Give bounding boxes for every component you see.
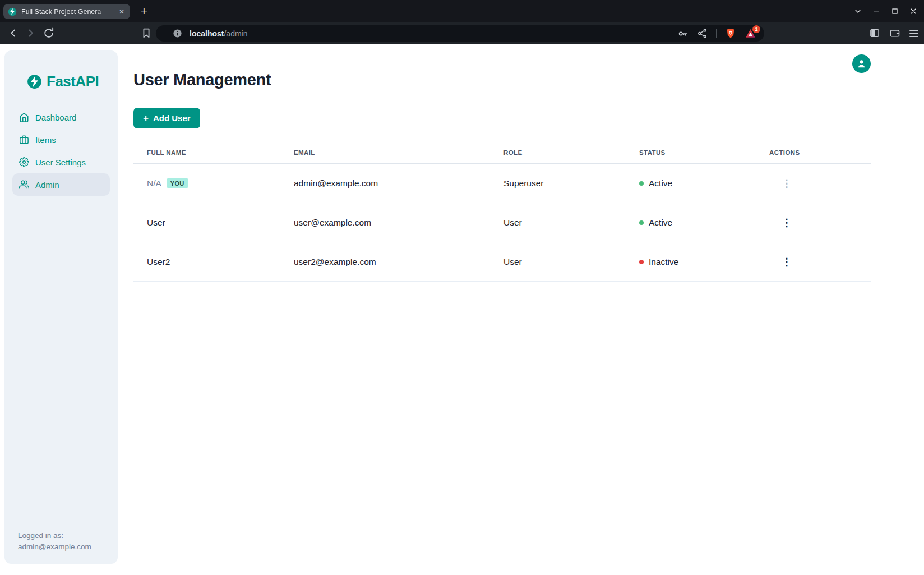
cell-full-name: User	[147, 218, 165, 228]
menu-icon[interactable]	[909, 30, 918, 37]
browser-window: Full Stack Project Genera ✕ +	[0, 0, 924, 575]
url-host: localhost	[190, 29, 224, 38]
header-status: Status	[626, 149, 756, 156]
sidebar-item-label: User Settings	[35, 158, 86, 167]
window-maximize-button[interactable]	[890, 6, 900, 16]
forward-button[interactable]	[25, 27, 37, 39]
fastapi-favicon-icon	[8, 7, 17, 16]
main-content: User Management + Add User Full Name Ema…	[118, 44, 924, 575]
plus-icon: +	[143, 113, 149, 123]
brave-rewards-button[interactable]: 1	[745, 28, 756, 39]
cell-status: Active	[626, 178, 756, 188]
url-bar[interactable]: localhost/admin	[156, 25, 764, 42]
row-actions-menu-button[interactable]: ⋮	[777, 176, 796, 191]
sidebar-nav: Dashboard Items User Settings Admin	[4, 106, 118, 196]
cell-email: admin@example.com	[280, 178, 490, 188]
cell-status: Active	[626, 218, 756, 228]
share-icon[interactable]	[697, 28, 708, 39]
row-actions-menu-button[interactable]: ⋮	[777, 215, 796, 230]
sidebar-item-label: Dashboard	[35, 113, 76, 122]
url-text: localhost/admin	[190, 29, 677, 38]
cell-role: Superuser	[490, 178, 626, 188]
table-row: N/AYOU admin@example.com Superuser Activ…	[133, 164, 871, 203]
add-user-button[interactable]: + Add User	[133, 108, 200, 128]
users-icon	[19, 180, 29, 190]
logged-in-info: Logged in as: admin@example.com	[18, 530, 91, 553]
sidebar-item-dashboard[interactable]: Dashboard	[12, 106, 110, 128]
cell-email: user2@example.com	[280, 257, 490, 267]
table-row: User user@example.com User Active ⋮	[133, 203, 871, 242]
gear-icon	[19, 157, 29, 167]
cell-full-name: N/A	[147, 178, 161, 188]
browser-toolbar: localhost/admin	[0, 22, 924, 44]
back-button[interactable]	[7, 27, 19, 39]
add-user-label: Add User	[153, 113, 191, 123]
page-title: User Management	[133, 71, 924, 89]
logo-text: FastAPI	[47, 73, 99, 90]
rewards-badge: 1	[752, 25, 760, 33]
side-panel-icon[interactable]	[869, 27, 880, 39]
reload-button[interactable]	[43, 27, 55, 39]
url-path: /admin	[224, 29, 247, 38]
cell-role: User	[490, 218, 626, 228]
header-email: Email	[280, 149, 490, 156]
status-dot	[639, 181, 644, 186]
cell-full-name: User2	[147, 257, 170, 267]
sidebar-item-items[interactable]: Items	[12, 128, 110, 151]
briefcase-icon	[19, 135, 29, 145]
browser-tab[interactable]: Full Stack Project Genera ✕	[3, 4, 130, 19]
sidebar-item-label: Admin	[35, 180, 59, 190]
users-table: Full Name Email Role Status Actions N/AY…	[133, 149, 871, 282]
logged-in-label: Logged in as:	[18, 530, 91, 541]
logged-in-email: admin@example.com	[18, 541, 91, 553]
header-role: Role	[490, 149, 626, 156]
page-content: FastAPI Dashboard Items User Settings	[0, 44, 924, 575]
sidebar: FastAPI Dashboard Items User Settings	[4, 50, 118, 564]
cell-role: User	[490, 257, 626, 267]
status-dot	[639, 260, 644, 264]
table-header-row: Full Name Email Role Status Actions	[133, 149, 871, 164]
table-row: User2 user2@example.com User Inactive ⋮	[133, 242, 871, 282]
wallet-icon[interactable]	[889, 27, 900, 39]
fastapi-bolt-icon	[27, 74, 42, 89]
status-label: Active	[649, 178, 672, 188]
site-info-icon[interactable]	[173, 29, 182, 38]
you-badge: YOU	[167, 178, 188, 188]
password-key-icon[interactable]	[677, 28, 689, 39]
fastapi-logo: FastAPI	[4, 50, 118, 90]
toolbar-divider	[716, 29, 717, 38]
tab-title: Full Stack Project Genera	[21, 8, 113, 16]
cell-email: user@example.com	[280, 218, 490, 228]
bookmark-icon[interactable]	[140, 27, 153, 39]
status-label: Inactive	[649, 257, 678, 267]
header-full-name: Full Name	[133, 149, 280, 156]
sidebar-item-label: Items	[35, 135, 56, 145]
status-dot	[639, 220, 644, 225]
window-minimize-button[interactable]	[871, 6, 881, 16]
new-tab-button[interactable]: +	[136, 3, 152, 19]
tab-search-chevron-icon[interactable]	[853, 6, 863, 16]
sidebar-item-admin[interactable]: Admin	[12, 173, 110, 196]
status-label: Active	[649, 218, 672, 228]
window-close-button[interactable]	[908, 6, 918, 16]
brave-shield-icon[interactable]	[725, 27, 736, 39]
tab-close-icon[interactable]: ✕	[118, 7, 126, 16]
home-icon	[19, 112, 29, 122]
cell-status: Inactive	[626, 257, 756, 267]
sidebar-item-user-settings[interactable]: User Settings	[12, 151, 110, 173]
browser-titlebar: Full Stack Project Genera ✕ +	[0, 0, 924, 22]
row-actions-menu-button[interactable]: ⋮	[777, 255, 796, 269]
header-actions: Actions	[756, 149, 871, 156]
